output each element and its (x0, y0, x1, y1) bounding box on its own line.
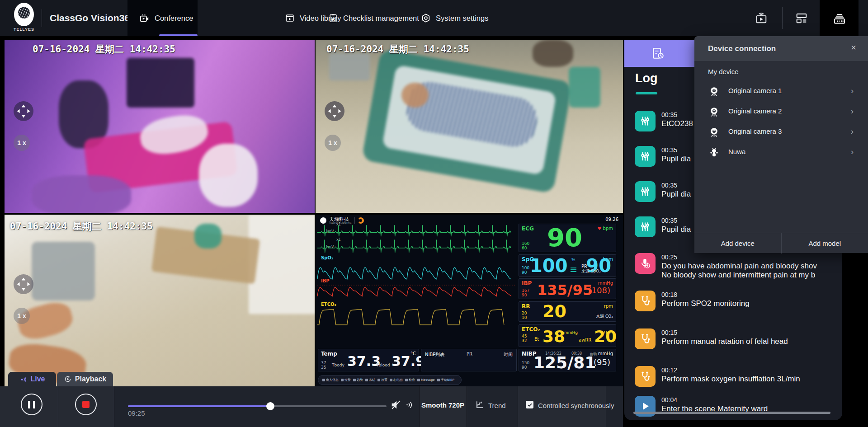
camera1-zoom-badge[interactable]: 1 x (14, 135, 30, 151)
device-item-nuwa[interactable]: Nuwa › (694, 142, 868, 163)
tellyes-logo (14, 3, 34, 26)
check-icon (405, 379, 408, 381)
tab-system-settings[interactable]: System settings (421, 0, 488, 36)
toolbar-item-check[interactable]: 检查 (405, 378, 415, 382)
playback-icon (64, 375, 72, 383)
device-panel-footer: Add device Add model (694, 233, 868, 253)
trend-chart-icon (475, 400, 485, 409)
device-item-original-camera-1[interactable]: Original camera 1 › (694, 81, 868, 102)
checkmark-icon (527, 402, 533, 408)
toolbar-item-settings[interactable]: 设置 (377, 378, 387, 382)
trend-label[interactable]: Trend (488, 402, 506, 409)
toolbar-item-patient-info[interactable]: 病人信息 (322, 378, 339, 382)
device-connection-button[interactable] (832, 0, 847, 36)
ecg-label: ECG (522, 225, 534, 232)
add-device-button[interactable]: Add device (694, 233, 781, 253)
device-panel-title: Device connection (708, 44, 776, 53)
spo2-wave-label: SpO₂ (321, 255, 333, 260)
stop-record-button[interactable] (75, 394, 97, 415)
add-model-button[interactable]: Add model (781, 233, 868, 253)
log-entry[interactable]: 00:12 Perform mask oxygen insufflation 3… (624, 366, 842, 396)
quality-selector[interactable]: Smooth 720P (419, 401, 467, 409)
log-entry[interactable]: 00:15 Perform manual ratation of felal h… (624, 328, 842, 358)
log-entry[interactable]: 00:04 Enter the scene Maternity ward (624, 396, 842, 420)
close-icon[interactable]: × (851, 42, 856, 53)
spo2-menu-icon[interactable] (571, 267, 576, 273)
monitor-clock: 09:26 (605, 217, 618, 222)
camera-feed-2[interactable]: 07-16-2024 星期二 14:42:35 1 x (316, 40, 623, 213)
toolbar-item-trend[interactable]: 趋势 (353, 378, 363, 382)
scene-shape (249, 215, 315, 314)
gear-icon (421, 13, 431, 23)
log-entry[interactable]: 00:25 Do you have abdominal pain and blo… (624, 253, 842, 283)
elapsed-time: 09:25 (128, 409, 145, 417)
monitor-brand: 天堰科技 TELLYES SCIENTIFIC (320, 217, 364, 224)
camera1-pan-control[interactable] (14, 101, 33, 121)
webcam-icon (708, 106, 720, 117)
device-item-label: Original camera 1 (728, 87, 782, 94)
camera2-pan-control[interactable] (325, 101, 344, 121)
timeline-slider-thumb[interactable] (266, 402, 274, 410)
tab-conference[interactable]: Conference (139, 0, 193, 36)
rr-value: 20 (542, 303, 566, 320)
scene-shape (533, 40, 573, 67)
rr-panel: RR rpm 20 2010 来源 CO₂ (519, 301, 616, 322)
awrr-unit: rpm (604, 329, 613, 334)
nibp-limits: 15090 (522, 361, 529, 370)
toolbar-item-ecg[interactable]: 心电图 (390, 378, 403, 382)
log-entry[interactable]: 00:18 Perform SPO2 monitoring (624, 291, 842, 320)
toolbar-item-freeze[interactable]: 冻结 (365, 378, 375, 382)
tab-checklist-management[interactable]: Checklist management (328, 0, 419, 36)
camera3-pan-control[interactable] (14, 274, 33, 294)
scene-shape (194, 224, 222, 249)
pan-arrows-icon (325, 101, 344, 121)
log-entry-text: Perform SPO2 monitoring (661, 299, 750, 308)
layout-button[interactable] (794, 0, 809, 36)
pause-button[interactable] (21, 394, 42, 415)
sync-checkbox[interactable] (526, 401, 533, 408)
playback-tab[interactable]: Playback (57, 372, 113, 386)
device-item-original-camera-3[interactable]: Original camera 3 › (694, 122, 868, 142)
pan-arrows-icon (14, 274, 33, 294)
stethoscope-icon (635, 366, 656, 387)
ibp-waveform (317, 282, 516, 299)
camera-feed-3[interactable]: 07-16-2024 星期二 14:42:35 1 x (5, 215, 315, 386)
scene-shape (401, 83, 429, 108)
volume-waves-button[interactable] (404, 399, 415, 410)
timeline-slider[interactable] (128, 405, 387, 407)
camera-feed-1[interactable]: 07-16-2024 星期二 14:42:35 1 x (5, 40, 315, 213)
trend-button[interactable] (475, 400, 485, 409)
sync-label[interactable]: Controlled synchronously (538, 402, 614, 409)
toolbar-item-manual-nibp[interactable]: 手动NIBP (437, 378, 454, 382)
log-scrollbar[interactable] (633, 412, 830, 414)
nibp-panel: NIBP 14:26:22 00:38 自动 mmHg 125/81 (95) … (519, 349, 616, 371)
tab-system-settings-label: System settings (436, 14, 488, 23)
camera3-zoom-badge[interactable]: 1 x (14, 308, 30, 324)
awrr-label: awRR (579, 338, 591, 343)
log-entry-text: Do you have abdominal pain and bloody sh… (661, 262, 817, 271)
etco2-unit: mmHg (564, 330, 578, 335)
device-item-original-camera-2[interactable]: Original camera 2 › (694, 102, 868, 122)
monitor-toolbar[interactable]: 病人信息 报警 趋势 冻结 设置 心电图 检查 Message 手动NIBP (318, 375, 462, 385)
ibp-mean: (108) (589, 286, 610, 295)
log-entry-time: 00:35 (661, 146, 677, 154)
log-title-underline (636, 92, 657, 94)
scene-shape (569, 67, 600, 108)
device-connection-panel: Device connection × My device Original c… (694, 36, 868, 253)
live-broadcast-button[interactable] (754, 0, 769, 36)
webcam-icon (708, 127, 720, 138)
mute-button[interactable] (390, 399, 402, 411)
settings-icon (377, 379, 380, 381)
patient-monitor-feed[interactable]: 天堰科技 TELLYES SCIENTIFIC 09:26 x1 1mV x1 … (316, 215, 623, 386)
ecg-icon (390, 379, 392, 381)
chevron-right-icon: › (851, 106, 854, 116)
layout-icon (794, 11, 809, 25)
toolbar-item-message[interactable]: Message (417, 378, 435, 382)
log-entry-text: Pupil dia (661, 225, 691, 234)
camera2-zoom-badge[interactable]: 1 x (325, 135, 341, 151)
log-entry-text: Perform manual ratation of felal head (661, 337, 788, 346)
toolbar-item-alarm[interactable]: 报警 (341, 378, 351, 382)
transport-section-bg (0, 386, 114, 427)
live-tab[interactable]: Live (8, 372, 56, 386)
tab-conference-label: Conference (155, 14, 193, 23)
